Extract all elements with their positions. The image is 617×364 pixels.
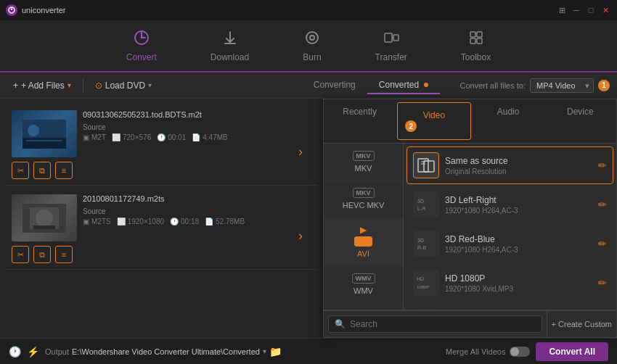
load-dvd-button[interactable]: ⊙ Load DVD ▾ xyxy=(89,78,158,94)
load-dvd-label: Load DVD xyxy=(105,80,145,91)
file-info-1: 090313062505231.tod.BDTS.m2t Source ▣ M2… xyxy=(83,110,284,179)
nav-toolbox[interactable]: Toolbox xyxy=(452,24,499,68)
format-hevc-mkv[interactable]: MKV HEVC MKV xyxy=(324,181,403,218)
merge-label: Merge All Videos xyxy=(446,347,505,356)
file-item-2: ✂ ⧉ ≡ 20100801172749.m2ts Source ▣ M2TS xyxy=(6,189,317,270)
tab-recently[interactable]: Recently xyxy=(324,99,396,143)
avi-badge: AVI xyxy=(354,236,372,247)
format-avi[interactable]: ▶ AVI AVI xyxy=(324,218,403,266)
same-source-info: Same as source Original Resolution xyxy=(445,156,592,175)
format-mkv[interactable]: MKV MKV xyxy=(324,144,403,181)
duration-icon-1: 🕐 xyxy=(157,133,166,141)
format-hd-1080p-h264[interactable]: HD 1080P HD 1080P 1920*1080 H264,AC-3 ✏ xyxy=(406,303,613,310)
svg-point-4 xyxy=(310,36,314,40)
transfer-icon xyxy=(383,30,399,49)
nav-burn-label: Burn xyxy=(303,52,321,62)
tab-device[interactable]: Device xyxy=(544,99,616,143)
3d-lr-info: 3D Left-Right 1920*1080 H264,AC-3 xyxy=(445,195,592,215)
settings-tool-1[interactable]: ≡ xyxy=(55,162,73,179)
format-3d-lr[interactable]: 3D L-R 3D Left-Right 1920*1080 H264,AC-3… xyxy=(406,186,613,223)
hd-1080p-xvid-icon: HD 1080P xyxy=(413,270,439,296)
nav-download[interactable]: Download xyxy=(202,24,258,68)
video-badge: 2 xyxy=(405,120,417,132)
create-custom-label: + Create Custom xyxy=(552,320,612,328)
same-source-icon xyxy=(413,152,439,178)
tab-audio[interactable]: Audio xyxy=(473,99,544,143)
convert-icon xyxy=(134,30,150,49)
toolbar: + + Add Files ▾ ⊙ Load DVD ▾ Converting … xyxy=(0,73,617,99)
format-m4v[interactable]: M4V M4V xyxy=(324,303,403,310)
search-input[interactable] xyxy=(350,319,536,329)
svg-point-17 xyxy=(36,210,53,227)
search-icon: 🔍 xyxy=(335,319,346,329)
cut-tool-2[interactable]: ✂ xyxy=(12,246,29,263)
same-source-name: Same as source xyxy=(445,156,592,166)
audio-label: Audio xyxy=(497,107,520,117)
format-footer: 🔍 + Create Custom xyxy=(324,310,616,337)
tab-video[interactable]: Video 2 xyxy=(397,102,470,140)
output-chevron: ▾ xyxy=(263,347,266,355)
bottom-bar: 🕐 ⚡ Output E:\Wondershare Video Converte… xyxy=(0,338,617,364)
nav-burn[interactable]: Burn xyxy=(294,24,330,68)
size-icon-2: 📄 xyxy=(205,218,213,226)
nav-transfer[interactable]: Transfer xyxy=(367,24,416,68)
folder-icon[interactable]: 📁 xyxy=(269,346,282,357)
format-tabs: Recently Video 2 Audio Device xyxy=(324,99,616,144)
3d-rb-edit-icon[interactable]: ✏ xyxy=(598,238,607,249)
duration-value-2: 00:18 xyxy=(181,218,199,226)
toolbar-separator xyxy=(83,78,83,93)
create-custom-button[interactable]: + Create Custom xyxy=(547,310,616,337)
close-icon[interactable]: ✕ xyxy=(600,4,611,16)
resolution-chip-2: ⬜ 1920×1080 xyxy=(117,218,164,226)
hd-1080p-xvid-edit-icon[interactable]: ✏ xyxy=(598,277,607,289)
format-hd-1080p-xvid[interactable]: HD 1080P HD 1080P 1920*1080 Xvid,MP3 ✏ xyxy=(406,264,613,302)
svg-rect-13 xyxy=(23,138,66,149)
size-value-1: 4.47MB xyxy=(203,133,227,141)
cut-tool-1[interactable]: ✂ xyxy=(12,162,29,179)
svg-rect-10 xyxy=(477,38,482,44)
tab-converting[interactable]: Converting xyxy=(302,77,367,94)
output-path: Output E:\Wondershare Video Converter Ul… xyxy=(45,346,440,357)
output-value: E:\Wondershare Video Converter Ultimate\… xyxy=(72,347,260,356)
svg-text:3D: 3D xyxy=(417,199,424,204)
convert-all-button[interactable]: Convert All xyxy=(536,342,608,361)
thumb-inner-1 xyxy=(12,110,77,157)
resolution-value-2: 1920×1080 xyxy=(128,218,164,226)
avi-play-icon: ▶ xyxy=(360,225,367,235)
recently-label: Recently xyxy=(343,107,377,117)
convert-arrow-2: › xyxy=(290,194,311,263)
file-meta-1: Source ▣ M2T ⬜ 720×576 🕐 00: xyxy=(83,123,284,141)
convert-target-section: Convert all files to: MP4 Video 1 xyxy=(460,78,610,93)
minimize-icon[interactable]: ─ xyxy=(571,4,582,16)
title-bar: uniconverter ⊞ ─ □ ✕ xyxy=(0,0,617,20)
svg-text:L-R: L-R xyxy=(417,206,425,211)
convert-select[interactable]: MP4 Video xyxy=(530,78,594,93)
clock-icon[interactable]: 🕐 xyxy=(9,346,21,357)
resolution-icon-2: ⬜ xyxy=(117,218,126,226)
same-source-spec: Original Resolution xyxy=(445,167,592,175)
3d-lr-spec: 1920*1080 H264,AC-3 xyxy=(445,207,592,215)
icon-grid: ⊞ xyxy=(556,4,568,16)
file-list: ✂ ⧉ ≡ 090313062505231.tod.BDTS.m2t Sourc… xyxy=(0,99,323,338)
format-3d-rb[interactable]: 3D R-B 3D Red-Blue 1920*1080 H264,AC-3 ✏ xyxy=(406,225,613,262)
format-wmv[interactable]: WMV WMV xyxy=(324,266,403,303)
formats-list: MKV MKV MKV HEVC MKV ▶ AVI AVI WMV WMV xyxy=(324,144,404,310)
format-same-as-source[interactable]: Same as source Original Resolution ✏ xyxy=(406,146,613,184)
merge-toggle[interactable] xyxy=(510,347,530,357)
file-info-2: 20100801172749.m2ts Source ▣ M2TS ⬜ 1920… xyxy=(83,194,284,263)
mkv-label: MKV xyxy=(355,164,372,173)
file-meta-row-2-source: Source xyxy=(83,207,284,215)
3d-lr-edit-icon[interactable]: ✏ xyxy=(598,199,607,210)
same-source-edit-icon[interactable]: ✏ xyxy=(598,160,607,171)
add-files-button[interactable]: + + Add Files ▾ xyxy=(7,78,77,94)
tab-converted[interactable]: Converted xyxy=(367,77,440,94)
flash-icon[interactable]: ⚡ xyxy=(27,346,39,357)
copy-tool-2[interactable]: ⧉ xyxy=(33,246,51,263)
nav-convert[interactable]: Convert xyxy=(118,24,166,68)
copy-tool-1[interactable]: ⧉ xyxy=(33,162,51,179)
3d-rb-icon: 3D R-B xyxy=(413,231,439,257)
maximize-icon[interactable]: □ xyxy=(585,4,597,16)
avi-label: AVI xyxy=(357,249,369,258)
settings-tool-2[interactable]: ≡ xyxy=(55,246,73,263)
app-logo xyxy=(6,4,17,16)
